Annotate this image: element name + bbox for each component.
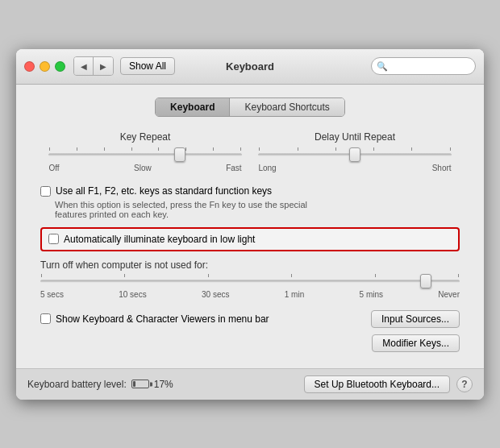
battery-info: Keyboard battery level: 17% [27,379,173,390]
tick [298,147,298,151]
menu-bar-checkbox[interactable] [40,313,51,324]
label-30secs: 30 secs [202,290,229,299]
bluetooth-button[interactable]: Set Up Bluetooth Keyboard... [304,375,450,393]
label-5mins: 5 mins [360,290,383,299]
tick [131,147,132,151]
fn-keys-section: Use all F1, F2, etc. keys as standard fu… [32,185,468,219]
tick [240,147,241,151]
tick [77,147,77,151]
illuminate-checkbox[interactable] [48,234,59,244]
tick [335,147,336,151]
traffic-lights [24,61,65,72]
key-repeat-group: Key Repeat Off [48,131,241,172]
input-sources-button[interactable]: Input Sources... [371,310,460,328]
key-repeat-label: Key Repeat [48,131,241,143]
key-repeat-scale: Off Slow Fast [48,164,241,172]
backlight-ticks [40,274,460,277]
nav-buttons: ◀ ▶ [73,56,114,76]
key-repeat-ticks [48,147,241,151]
backlight-slider-section: 5 secs 10 secs 30 secs 1 min 5 mins Neve… [32,274,468,299]
key-repeat-slider-track [48,147,241,162]
bottom-right-buttons: Set Up Bluetooth Keyboard... ? [304,375,473,393]
turn-off-label: Turn off when computer is not used for: [32,259,468,271]
tab-group: Keyboard Keyboard Shortcuts [155,97,345,117]
delay-repeat-label: Delay Until Repeat [258,131,451,143]
modifier-keys-row: Modifier Keys... [32,331,468,359]
title-bar: ◀ ▶ Show All Keyboard 🔍 [16,49,484,85]
delay-short: Short [432,164,452,172]
help-button[interactable]: ? [456,376,473,392]
tick [41,274,42,277]
delay-repeat-scale: Long Short [258,164,451,172]
delay-repeat-group: Delay Until Repeat Long Short [258,131,451,172]
illuminate-label: Automatically illuminate keyboard in low… [64,234,255,245]
bottom-bar: Keyboard battery level: 17% Set Up Bluet… [16,368,484,400]
tick [208,274,209,277]
backlight-labels: 5 secs 10 secs 30 secs 1 min 5 mins Neve… [40,290,460,299]
label-1min: 1 min [285,290,304,299]
minimize-button[interactable] [40,61,50,72]
battery-label: Keyboard battery level: [27,379,127,390]
key-repeat-thumb[interactable] [174,147,185,162]
delay-repeat-slider-track [258,147,451,162]
battery-fill [133,381,135,387]
content-area: Keyboard Keyboard Shortcuts Key Repeat [16,85,484,368]
close-button[interactable] [24,61,35,72]
tab-keyboard-shortcuts[interactable]: Keyboard Shortcuts [230,98,344,116]
key-repeat-fast: Fast [226,164,241,172]
tab-keyboard[interactable]: Keyboard [156,98,230,116]
search-box: 🔍 [371,57,476,75]
tick [185,147,186,151]
search-icon: 🔍 [377,61,388,72]
modifier-keys-button[interactable]: Modifier Keys... [372,334,460,352]
window-title: Keyboard [226,60,274,73]
fn-keys-description: When this option is selected, press the … [55,200,460,219]
delay-long: Long [258,164,276,172]
backlight-track-line [40,280,460,282]
tick [259,147,260,151]
tick [458,274,459,277]
tick [158,147,159,151]
tick [49,147,50,151]
menu-bar-label: Show Keyboard & Character Viewers in men… [56,313,269,325]
menu-bar-row: Show Keyboard & Character Viewers in men… [32,304,468,331]
tick [291,274,292,277]
label-never: Never [438,290,460,299]
tick [450,147,451,151]
backlight-thumb[interactable] [420,274,431,288]
show-all-button[interactable]: Show All [120,57,175,75]
backlight-slider-track [40,274,460,288]
tick [124,274,125,277]
key-repeat-track-line [48,153,241,156]
back-button[interactable]: ◀ [74,57,94,75]
label-5secs: 5 secs [40,290,64,299]
maximize-button[interactable] [55,61,65,72]
illuminate-box: Automatically illuminate keyboard in low… [40,227,460,251]
tick [375,274,376,277]
fn-keys-label: Use all F1, F2, etc. keys as standard fu… [56,185,272,197]
battery-icon [131,380,149,388]
tick [104,147,105,151]
label-10secs: 10 secs [119,290,146,299]
battery-percent: 17% [154,379,173,390]
forward-button[interactable]: ▶ [94,57,113,75]
delay-repeat-thumb[interactable] [349,147,360,162]
key-repeat-slow: Slow [134,164,152,172]
tick [411,147,412,151]
main-window: ◀ ▶ Show All Keyboard 🔍 Keyboard Keyboar… [16,49,484,400]
key-repeat-off: Off [48,164,59,172]
fn-keys-checkbox[interactable] [40,186,51,197]
sliders-section: Key Repeat Off [32,131,468,172]
tick [213,147,214,151]
tick [373,147,374,151]
fn-keys-row: Use all F1, F2, etc. keys as standard fu… [40,185,460,197]
tab-bar: Keyboard Keyboard Shortcuts [32,97,468,117]
